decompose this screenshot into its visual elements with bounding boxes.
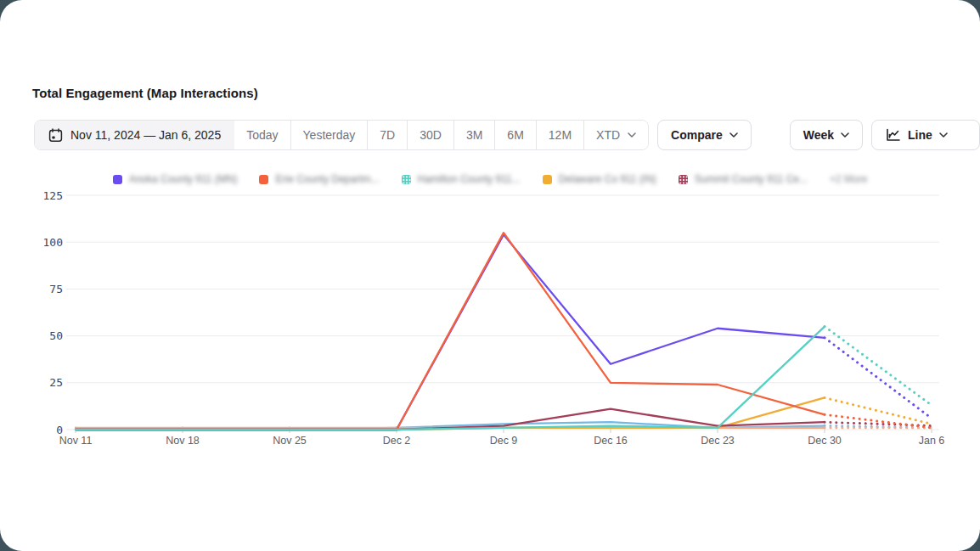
gridlines [66,195,939,430]
legend-swatch-icon [259,175,268,184]
legend-item[interactable]: Anoka County 911 (MN) [113,173,238,185]
x-tick-label: Nov 11 [59,435,93,447]
series-line [76,397,825,430]
legend-item[interactable]: Delaware Co 911 (IN) [543,173,656,185]
legend-more-label[interactable]: +2 More [830,173,867,185]
x-tick-label: Dec 2 [383,435,411,447]
y-tick-label: 75 [49,283,63,295]
page-title: Total Engagement (Map Interactions) [32,86,258,100]
series-line-dotted [825,397,932,424]
calendar-icon [48,128,63,143]
series-line [76,234,825,430]
line-chart: 0255075100125Nov 11Nov 18Nov 25Dec 2Dec … [0,0,980,551]
preset-6m-button[interactable]: 6M [494,121,535,149]
legend-item[interactable]: Hamilton County 911... [402,173,521,185]
series-line-dotted [825,327,932,406]
y-tick-label: 50 [49,329,63,342]
legend-label: Delaware Co 911 (IN) [559,173,656,185]
y-tick-label: 125 [43,189,63,202]
preset-3m-button[interactable]: 3M [453,121,494,149]
x-tick-label: Dec 30 [808,435,842,447]
y-axis-labels: 0255075100125 [43,189,63,436]
chart-type-label: Line [908,128,932,142]
legend-item[interactable]: Summit County 911 Ce... [679,173,808,185]
x-axis-labels: Nov 11Nov 18Nov 25Dec 2Dec 9Dec 16Dec 23… [59,435,945,447]
x-tick-label: Dec 9 [490,435,518,447]
preset-xtd-label: XTD [596,128,620,142]
y-tick-label: 0 [56,424,63,436]
x-axis-ticks [76,426,932,433]
granularity-label: Week [803,128,834,142]
series-line-dotted [825,338,932,419]
series-line [76,233,825,430]
x-tick-label: Dec 16 [594,435,628,447]
preset-today-button[interactable]: Today [234,121,290,149]
preset-7d-button[interactable]: 7D [367,121,407,149]
y-tick-label: 100 [43,236,63,249]
legend-label: Anoka County 911 (MN) [129,173,238,185]
x-tick-label: Dec 23 [701,435,735,447]
preset-yesterday-button[interactable]: Yesterday [290,121,368,149]
chevron-down-icon [628,132,636,138]
chevron-down-icon [729,132,738,138]
preset-xtd-button[interactable]: XTD [583,121,648,149]
chevron-down-icon [939,132,948,138]
series-line-dotted [825,426,932,428]
date-range-button[interactable]: Nov 11, 2024 — Jan 6, 2025 [35,121,234,149]
x-tick-label: Jan 6 [919,435,945,447]
y-tick-label: 25 [49,376,63,389]
series-line [76,409,825,430]
legend-swatch-icon [679,175,688,184]
legend-swatch-icon [543,175,552,184]
preset-12m-button[interactable]: 12M [536,121,583,149]
series-line-dotted [825,414,932,427]
legend-swatch-icon [402,175,411,184]
compare-label: Compare [671,128,723,142]
compare-button[interactable]: Compare [657,120,752,150]
x-tick-label: Nov 25 [273,435,307,447]
granularity-dropdown[interactable]: Week [790,120,863,150]
legend-label: Hamilton County 911... [418,173,521,185]
chart-legend: Anoka County 911 (MN)Erie County Departm… [0,171,980,187]
date-preset-group: Nov 11, 2024 — Jan 6, 2025 TodayYesterda… [34,120,649,150]
chevron-down-icon [841,132,849,138]
preset-30d-button[interactable]: 30D [407,121,453,149]
legend-label: Summit County 911 Ce... [695,173,808,185]
line-chart-icon [885,127,901,143]
chart-type-dropdown[interactable]: Line [871,120,980,150]
series-line [76,422,825,430]
legend-item[interactable]: Erie County Departm... [259,173,379,185]
x-tick-label: Nov 18 [166,435,200,447]
date-range-label: Nov 11, 2024 — Jan 6, 2025 [70,128,221,142]
legend-swatch-icon [113,175,122,184]
series-line-dotted [825,422,932,425]
legend-label: Erie County Departm... [275,173,379,185]
chart-toolbar: Nov 11, 2024 — Jan 6, 2025 TodayYesterda… [34,120,980,150]
series-line [76,327,825,430]
analytics-card: Total Engagement (Map Interactions) Nov … [0,0,980,551]
